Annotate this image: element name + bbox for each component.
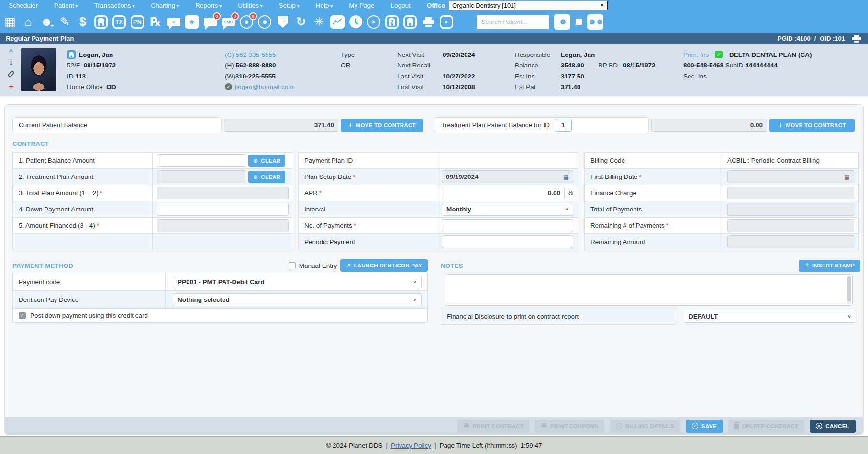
prim-ins-verified-checkbox[interactable]: ✓ — [715, 51, 723, 58]
contract-row-interval: Interval Monthly ∨ — [298, 201, 578, 218]
disclosure-select[interactable]: DEFAULT ∨ — [684, 310, 856, 323]
payment-code-select[interactable]: PP001 - PMT PAT-Debit Card ∨ — [173, 276, 422, 288]
no-of-payments-input[interactable] — [442, 219, 573, 232]
attachments-paperclip-icon[interactable] — [7, 70, 15, 78]
web-session-icon[interactable]: ➤ — [366, 13, 382, 31]
menu-charting[interactable]: Charting — [151, 2, 179, 9]
clear-patient-balance-button[interactable]: ⊗CLEAR — [248, 155, 285, 167]
current-balance-label: Current Patient Balance — [19, 122, 87, 129]
starred-documents-icon[interactable]: ★ — [184, 13, 200, 31]
page-footer: © 2024 Planet DDS | Privacy Policy | Pag… — [0, 436, 868, 454]
home-phone-label: (H) — [225, 62, 234, 69]
move-icon: ✛ — [348, 122, 353, 129]
manual-entry-checkbox[interactable] — [289, 262, 296, 269]
select-caret-icon: ∨ — [565, 207, 568, 211]
first-billing-date-field: ▦ — [727, 170, 854, 183]
payment-code-row: Payment code PP001 - PMT PAT-Debit Card … — [12, 273, 428, 291]
analytics-chart-icon[interactable] — [329, 13, 345, 31]
ledger-dollar-icon[interactable]: $ — [75, 13, 91, 31]
stamp-icon: ↥ — [804, 262, 809, 269]
down-payment-amount-input[interactable] — [157, 203, 289, 216]
patient-identity-column: Logan, Jan 52/F 08/15/1972 ID 113 Home O… — [67, 49, 116, 92]
family-search-button[interactable]: ☻☻ — [587, 14, 603, 30]
responsible-label: Responsible — [515, 51, 561, 58]
notes-textarea[interactable] — [445, 275, 852, 305]
edit-patient-icon[interactable]: ✎ — [56, 13, 73, 31]
menu-transactions[interactable]: Transactions — [94, 2, 135, 9]
perio-tooth-icon[interactable] — [402, 13, 418, 31]
notes-bubble-icon[interactable]: ≡ — [166, 13, 182, 31]
first-visit-value: 10/12/2008 — [443, 83, 475, 90]
tooth-chip-icon[interactable] — [67, 50, 76, 59]
insert-stamp-button[interactable]: ↥ INSERT STAMP — [799, 260, 860, 272]
search-option-checkbox[interactable] — [575, 18, 582, 25]
move-tp-to-contract-button[interactable]: ✛ MOVE TO CONTRACT — [769, 119, 855, 132]
office-select[interactable]: Organic Dentistry [101] ▼ — [449, 1, 608, 10]
prescriptions-rx-icon[interactable]: ℞ — [147, 13, 164, 31]
menu-utilities[interactable]: Utilities — [238, 2, 262, 9]
person-search-button[interactable]: ☻ — [554, 14, 570, 30]
patient-email-link[interactable]: jlogan@hotmail.com — [235, 83, 294, 90]
resync-icon[interactable]: ↻ — [293, 13, 309, 31]
privacy-policy-link[interactable]: Privacy Policy — [391, 442, 431, 449]
work-phone-label: (W) — [225, 73, 235, 80]
cancel-button[interactable]: ✕ CANCEL — [810, 420, 856, 433]
scheduler-calendar-icon[interactable]: ▦ — [2, 13, 18, 31]
patient-search-input[interactable] — [477, 15, 549, 29]
patient-info-icon[interactable]: i — [10, 59, 12, 66]
notes-scrollbar[interactable] — [847, 276, 851, 304]
contract-row-treatment-plan: 2. Treatment Plan Amount ⊗CLEAR — [12, 168, 293, 185]
medical-alert-icon[interactable]: + — [8, 82, 13, 89]
launch-denticon-pay-button[interactable]: ↗ LAUNCH DENTICON PAY — [340, 259, 428, 272]
patient-birthdate: 08/15/1972 — [84, 62, 116, 69]
apr-input[interactable] — [442, 187, 565, 199]
time-clock-icon[interactable] — [347, 13, 364, 31]
balance-value: 3548.90 — [561, 62, 598, 69]
next-visit-value: 09/20/2024 — [443, 51, 475, 58]
disclosure-row: Financial Disclosure to print on contrac… — [441, 308, 860, 325]
payment-method-title: PAYMENT METHOD — [12, 262, 73, 269]
cancel-circle-icon: ✕ — [816, 423, 822, 429]
move-balance-to-contract-button[interactable]: ✛ MOVE TO CONTRACT — [341, 119, 423, 132]
referral-network-icon[interactable]: ✳ — [311, 13, 327, 31]
more-tools-icon[interactable]: » — [438, 13, 455, 31]
amount-financed-readonly — [157, 219, 289, 232]
progress-notes-pn-icon[interactable]: PN — [129, 13, 145, 31]
menu-my-page[interactable]: My Page — [349, 2, 374, 9]
save-button[interactable]: ✓ SAVE — [686, 420, 723, 433]
clear-treatment-plan-button[interactable]: ⊗CLEAR — [248, 171, 285, 183]
menu-setup[interactable]: Setup — [279, 2, 300, 9]
row-label: 4. Down Payment Amount — [19, 206, 93, 213]
cell-phone-link[interactable]: (C) 562-335-5555 — [225, 49, 294, 60]
collapse-banner-icon[interactable]: ^ — [9, 49, 13, 55]
online-patients-icon[interactable]: ☻8 — [238, 13, 255, 31]
menu-logout[interactable]: Logout — [390, 2, 410, 9]
tooth-help-icon[interactable]: 2 — [384, 13, 400, 31]
treatment-plan-tx-icon[interactable]: TX — [111, 13, 127, 31]
pay-device-select[interactable]: Nothing selected ∨ — [173, 293, 422, 306]
insurance-shield-icon[interactable]: → — [275, 13, 291, 31]
menu-patient[interactable]: Patient — [54, 2, 78, 9]
tp-id-input[interactable] — [555, 119, 572, 132]
menu-scheduler[interactable]: Scheduler — [9, 2, 38, 9]
interval-select[interactable]: Monthly ∨ — [442, 203, 573, 216]
patient-balance-amount-input[interactable] — [157, 154, 245, 167]
menu-reports[interactable]: Reports — [195, 2, 222, 9]
calendar-icon[interactable]: ▦ — [563, 173, 569, 180]
tooth-chart-icon[interactable] — [93, 13, 109, 31]
add-patient-icon[interactable]: ☻+ — [38, 13, 55, 31]
home-office-icon[interactable]: ⌂ — [20, 13, 36, 31]
chat-messages-icon[interactable]: ―0 — [202, 13, 218, 31]
post-down-payment-checkbox[interactable]: ✓ — [19, 312, 26, 319]
print-icon[interactable] — [420, 13, 436, 31]
sms-messages-icon[interactable]: SMS0 — [220, 13, 236, 31]
patient-name[interactable]: Logan, Jan — [79, 51, 113, 58]
print-page-icon[interactable] — [852, 35, 861, 43]
calendar-icon[interactable]: ▦ — [844, 173, 850, 180]
patient-portal-icon[interactable]: ☻ — [256, 13, 273, 31]
row-label: 1. Patient Balance Amount — [19, 157, 95, 164]
menu-help[interactable]: Help — [316, 2, 333, 9]
patient-photo[interactable] — [21, 48, 56, 91]
periodic-payment-input[interactable] — [442, 235, 573, 248]
payment-method-table: Payment code PP001 - PMT PAT-Debit Card … — [12, 273, 428, 323]
